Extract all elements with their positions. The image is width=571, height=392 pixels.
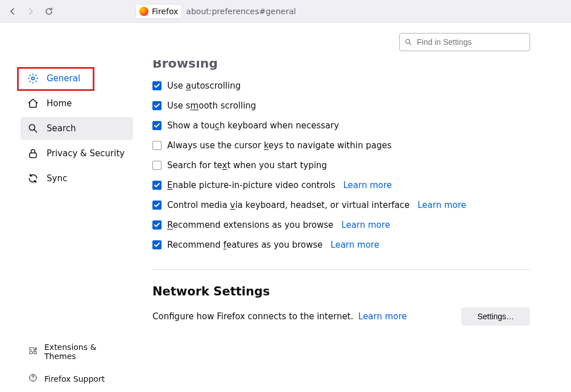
- sidebar-item-label: Extensions & Themes: [44, 343, 127, 361]
- sidebar-item-label: Firefox Support: [44, 374, 105, 383]
- checkbox-pip[interactable]: [152, 181, 162, 190]
- puzzle-icon: [28, 347, 38, 357]
- checkbox-search-typing[interactable]: [152, 161, 162, 170]
- sidebar-item-support[interactable]: Firefox Support: [23, 369, 133, 389]
- sidebar-item-label: Search: [47, 123, 76, 134]
- checkbox-recommend-features[interactable]: [152, 240, 162, 249]
- browsing-heading: Browsing: [152, 60, 530, 70]
- forward-button[interactable]: [23, 3, 39, 19]
- option-label: Use autoscrolling: [167, 81, 241, 91]
- network-heading: Network Settings: [152, 285, 530, 298]
- help-icon: [28, 373, 38, 384]
- svg-rect-2: [30, 153, 36, 157]
- sidebar-item-label: Home: [47, 98, 72, 109]
- sidebar-item-general[interactable]: General: [20, 67, 133, 90]
- svg-point-0: [32, 77, 35, 80]
- svg-point-1: [29, 124, 35, 130]
- firefox-icon: [139, 7, 148, 16]
- sidebar-item-privacy[interactable]: Privacy & Security: [20, 142, 133, 165]
- option-pip: Enable picture-in-picture video controls…: [152, 180, 530, 190]
- option-touch-keyboard: Show a touch keyboard when necessary: [152, 120, 530, 131]
- option-label: Always use the cursor keys to navigate w…: [167, 140, 391, 151]
- network-description: Configure how Firefox connects to the in…: [152, 311, 407, 322]
- lock-icon: [27, 148, 39, 159]
- sidebar-item-home[interactable]: Home: [20, 92, 133, 115]
- option-media-keys: Control media via keyboard, headset, or …: [152, 200, 530, 210]
- option-label: Search for text when you start typing: [167, 160, 327, 170]
- checkbox-cursor-keys[interactable]: [152, 141, 162, 150]
- find-settings-box[interactable]: [399, 33, 530, 51]
- checkbox-touch-keyboard[interactable]: [152, 121, 162, 130]
- option-label: Control media via keyboard, headset, or …: [167, 200, 409, 210]
- identity-label: Firefox: [152, 7, 178, 16]
- search-icon: [404, 38, 412, 46]
- option-recommend-features: Recommend features as you browse Learn m…: [152, 240, 530, 250]
- url-text[interactable]: about:preferences#general: [186, 7, 296, 16]
- gear-icon: [27, 73, 39, 84]
- back-button[interactable]: [5, 3, 20, 19]
- sidebar-item-label: General: [47, 73, 80, 84]
- checkbox-autoscroll[interactable]: [152, 81, 162, 90]
- sidebar-item-search[interactable]: Search: [20, 117, 133, 140]
- reload-button[interactable]: [41, 3, 57, 19]
- learn-more-link[interactable]: Learn more: [358, 311, 407, 322]
- main-panel: Browsing Use autoscrolling Use smooth sc…: [136, 23, 571, 392]
- search-icon: [27, 123, 39, 134]
- network-settings-button[interactable]: Settings…: [461, 307, 530, 326]
- svg-point-4: [406, 39, 409, 43]
- sidebar-item-label: Privacy & Security: [47, 148, 125, 159]
- option-smooth-scroll: Use smooth scrolling: [152, 101, 530, 111]
- option-label: Show a touch keyboard when necessary: [167, 120, 339, 131]
- sidebar: General Home Search Privacy & Security S…: [0, 23, 136, 392]
- sidebar-item-label: Sync: [47, 173, 67, 184]
- learn-more-link[interactable]: Learn more: [417, 200, 466, 210]
- learn-more-link[interactable]: Learn more: [343, 180, 392, 190]
- option-label: Use smooth scrolling: [167, 101, 256, 111]
- find-settings-input[interactable]: [417, 37, 525, 47]
- option-autoscroll: Use autoscrolling: [152, 81, 530, 91]
- learn-more-link[interactable]: Learn more: [330, 240, 379, 250]
- option-label: Recommend extensions as you browse: [167, 220, 333, 230]
- sync-icon: [27, 173, 39, 184]
- checkbox-media-keys[interactable]: [152, 201, 162, 210]
- learn-more-link[interactable]: Learn more: [341, 220, 390, 230]
- option-label: Enable picture-in-picture video controls: [167, 180, 335, 190]
- checkbox-recommend-extensions[interactable]: [152, 220, 162, 230]
- identity-chip[interactable]: Firefox: [136, 5, 181, 18]
- browser-toolbar: Firefox about:preferences#general: [0, 0, 571, 23]
- sidebar-item-sync[interactable]: Sync: [20, 167, 133, 190]
- divider: [152, 269, 530, 270]
- home-icon: [27, 98, 39, 109]
- option-cursor-keys: Always use the cursor keys to navigate w…: [152, 140, 530, 151]
- sidebar-item-extensions[interactable]: Extensions & Themes: [23, 338, 133, 365]
- option-recommend-extensions: Recommend extensions as you browse Learn…: [152, 220, 530, 230]
- option-label: Recommend features as you browse: [167, 240, 322, 250]
- checkbox-smooth-scroll[interactable]: [152, 101, 162, 110]
- option-search-typing: Search for text when you start typing: [152, 160, 530, 170]
